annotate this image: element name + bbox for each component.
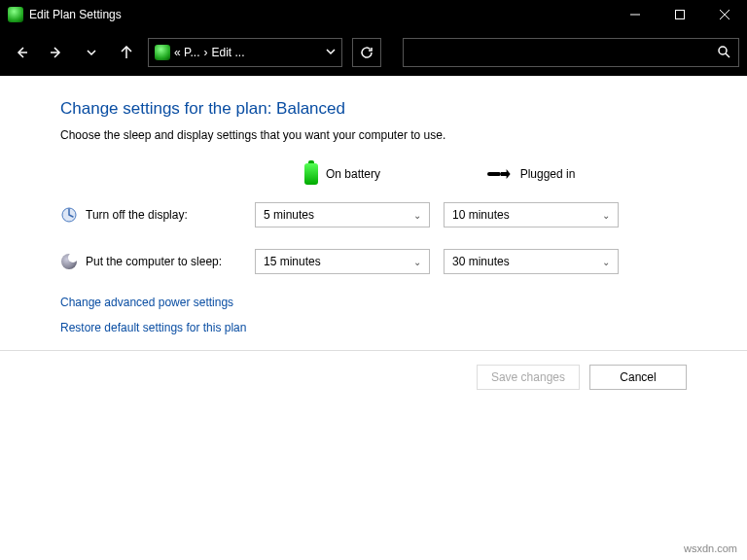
- turn-off-display-battery-dropdown[interactable]: 5 minutes ⌄: [255, 202, 430, 228]
- breadcrumb-seg1[interactable]: « P...: [174, 46, 199, 59]
- chevron-down-icon: ⌄: [413, 257, 421, 267]
- turn-off-display-label: Turn off the display:: [86, 208, 188, 222]
- change-advanced-link[interactable]: Change advanced power settings: [60, 296, 747, 309]
- plug-icon: [487, 168, 513, 180]
- sleep-row: Put the computer to sleep: 15 minutes ⌄ …: [60, 249, 747, 274]
- minimize-button[interactable]: [613, 0, 658, 29]
- close-button[interactable]: [702, 0, 747, 29]
- display-icon: [60, 206, 78, 224]
- on-battery-label: On battery: [326, 167, 380, 181]
- address-icon: [155, 45, 170, 60]
- sleep-label-group: Put the computer to sleep:: [60, 253, 255, 270]
- content-area: Change settings for the plan: Balanced C…: [0, 76, 747, 334]
- page-title: Change settings for the plan: Balanced: [60, 99, 747, 119]
- chevron-down-icon: ⌄: [602, 257, 610, 267]
- turn-off-display-plugged-dropdown[interactable]: 10 minutes ⌄: [444, 202, 619, 228]
- dropdown-value: 5 minutes: [264, 208, 314, 222]
- sleep-plugged-dropdown[interactable]: 30 minutes ⌄: [444, 249, 619, 274]
- svg-rect-1: [676, 11, 685, 19]
- window-controls: [613, 0, 747, 29]
- action-buttons: Save changes Cancel: [0, 351, 747, 390]
- sleep-label: Put the computer to sleep:: [86, 255, 222, 268]
- window-titlebar: Edit Plan Settings: [0, 0, 747, 29]
- turn-off-display-row: Turn off the display: 5 minutes ⌄ 10 min…: [60, 202, 747, 228]
- app-icon: [8, 7, 23, 22]
- search-input[interactable]: [403, 38, 739, 67]
- back-button[interactable]: [8, 39, 35, 66]
- turn-off-display-label-group: Turn off the display:: [60, 206, 255, 224]
- links-section: Change advanced power settings Restore d…: [60, 296, 747, 334]
- page-description: Choose the sleep and display settings th…: [60, 128, 747, 142]
- address-bar[interactable]: « P... › Edit ...: [148, 38, 342, 67]
- dropdown-value: 30 minutes: [452, 255, 510, 268]
- cancel-button[interactable]: Cancel: [589, 365, 687, 390]
- watermark: wsxdn.com: [684, 542, 737, 554]
- dropdown-value: 15 minutes: [264, 255, 321, 268]
- save-button[interactable]: Save changes: [477, 365, 580, 390]
- moon-icon: [60, 253, 78, 270]
- search-icon: [717, 45, 730, 61]
- on-battery-header: On battery: [255, 163, 430, 185]
- chevron-down-icon: ⌄: [602, 210, 610, 221]
- breadcrumb-seg2[interactable]: Edit ...: [211, 46, 244, 59]
- chevron-down-icon[interactable]: [326, 46, 336, 59]
- maximize-button[interactable]: [658, 0, 702, 29]
- column-headers: On battery Plugged in: [255, 163, 747, 185]
- restore-defaults-link[interactable]: Restore default settings for this plan: [60, 321, 747, 334]
- plugged-in-label: Plugged in: [520, 167, 576, 181]
- plugged-in-header: Plugged in: [444, 163, 619, 185]
- breadcrumb-sep: ›: [203, 46, 207, 59]
- svg-point-7: [719, 47, 727, 54]
- up-button[interactable]: [113, 39, 140, 66]
- svg-line-8: [726, 53, 729, 57]
- battery-icon: [304, 163, 318, 185]
- chevron-down-icon: ⌄: [413, 210, 421, 221]
- sleep-battery-dropdown[interactable]: 15 minutes ⌄: [255, 249, 430, 274]
- forward-button[interactable]: [43, 39, 70, 66]
- navigation-bar: « P... › Edit ...: [0, 29, 747, 76]
- refresh-button[interactable]: [352, 38, 381, 67]
- recent-locations-button[interactable]: [78, 39, 105, 66]
- dropdown-value: 10 minutes: [452, 208, 510, 222]
- window-title: Edit Plan Settings: [29, 8, 613, 21]
